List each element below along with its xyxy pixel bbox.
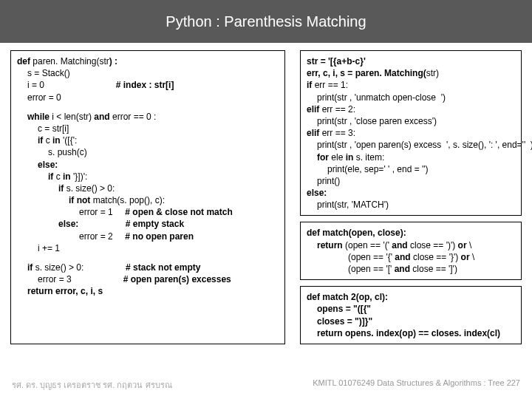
code-line: return opens. index(op) == closes. index… [307, 327, 515, 339]
code-line: print(str , 'close paren excess') [307, 115, 515, 127]
right-column: str = '[{a+b-c}' err, c, i, s = paren. M… [300, 50, 522, 344]
code-line: i = 0 # index : str[i] [17, 79, 279, 91]
code-box-match2: def match 2(op, cl): opens = "([{" close… [300, 286, 522, 344]
code-line: if err == 1: [307, 79, 515, 91]
code-line: if c in '([{': [17, 134, 279, 146]
code-line: return (open == '(' and close == ')') or… [307, 239, 515, 251]
code-line: else: [17, 159, 279, 171]
slide-header: Python : Parenthesis Matching [0, 0, 532, 43]
code-line: s. push(c) [17, 146, 279, 158]
code-line: opens = "([{" [307, 303, 515, 315]
code-line: error = 2 # no open paren [17, 231, 279, 242]
code-line: error = 3 # open paren(s) excesses [17, 273, 279, 285]
code-line: if c in '}])': [17, 171, 279, 183]
code-line: return error, c, i, s [17, 285, 279, 297]
code-line: if not match(s. pop(), c): [17, 194, 279, 206]
footer-authors: รศ. ดร. บุญธร เครอตราช รศ. กฤตวน ศรบรณ [12, 378, 172, 392]
code-line: error = 0 [17, 92, 279, 103]
code-line: else: [307, 187, 515, 199]
code-line: for ele in s. item: [307, 151, 515, 163]
code-line: str = '[{a+b-c}' [307, 55, 515, 67]
code-line: print() [307, 175, 515, 187]
code-box-match: def match(open, close): return (open == … [300, 222, 522, 280]
code-line: (open == '{' and close == '}') or \ [307, 251, 515, 263]
code-line: def match(open, close): [307, 227, 515, 239]
code-line: elif err == 2: [307, 103, 515, 115]
code-line: c = str[i] [17, 123, 279, 134]
code-line: else: # empty stack [17, 218, 279, 230]
code-box-main: def paren. Matching(str) : s = Stack() i… [10, 50, 285, 344]
code-box-test: str = '[{a+b-c}' err, c, i, s = paren. M… [300, 50, 522, 216]
code-line: closes = ")]}" [307, 316, 515, 327]
code-line: print(str, 'MATCH') [307, 199, 515, 211]
code-line: def paren. Matching(str) : [17, 55, 279, 67]
footer-course: KMITL 01076249 Data Structures & Algorit… [313, 378, 520, 392]
code-line: if s. size() > 0: # stack not empty [17, 262, 279, 273]
code-line: if s. size() > 0: [17, 183, 279, 194]
code-line: s = Stack() [17, 67, 279, 79]
slide-title: Python : Parenthesis Matching [166, 13, 366, 30]
code-line: err, c, i, s = paren. Matching(str) [307, 67, 515, 79]
code-line: elif err == 3: [307, 127, 515, 139]
code-line: while i < len(str) and error == 0 : [17, 111, 279, 123]
code-line: print(ele, sep=' ' , end = '') [307, 163, 515, 175]
content-area: def paren. Matching(str) : s = Stack() i… [0, 43, 532, 344]
code-line: print(str , 'unmatch open-close ') [307, 92, 515, 103]
code-line: def match 2(op, cl): [307, 291, 515, 303]
code-line: (open == '[' and close == ']') [307, 263, 515, 275]
code-line: i += 1 [17, 242, 279, 254]
slide-footer: รศ. ดร. บุญธร เครอตราช รศ. กฤตวน ศรบรณ K… [0, 378, 532, 392]
code-line: error = 1 # open & close not match [17, 206, 279, 218]
code-line: print(str , 'open paren(s) excess ', s. … [307, 139, 515, 151]
